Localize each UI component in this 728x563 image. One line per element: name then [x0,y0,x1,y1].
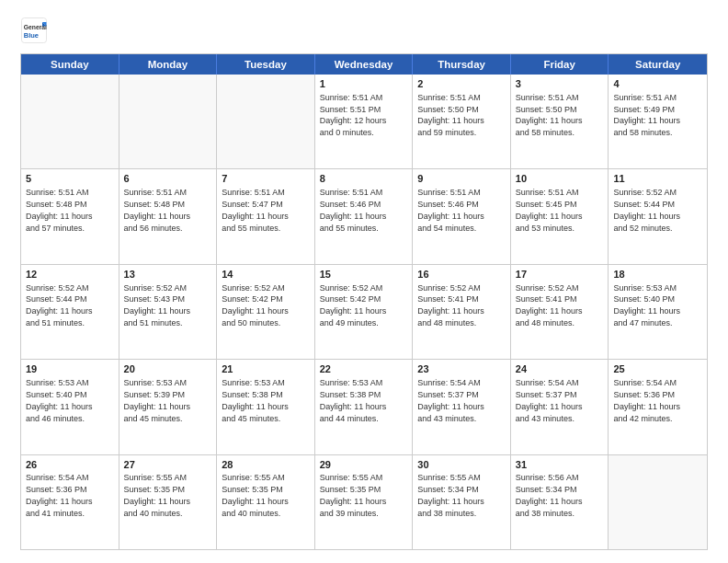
day-number: 26 [26,458,114,472]
calendar-day-cell: 26Sunrise: 5:54 AM Sunset: 5:36 PM Dayli… [21,455,119,549]
day-info: Sunrise: 5:52 AM Sunset: 5:41 PM Dayligh… [417,283,484,327]
day-info: Sunrise: 5:55 AM Sunset: 5:35 PM Dayligh… [124,473,191,517]
calendar-day-cell: 5Sunrise: 5:51 AM Sunset: 5:48 PM Daylig… [21,169,119,263]
day-info: Sunrise: 5:51 AM Sunset: 5:46 PM Dayligh… [320,188,387,232]
day-info: Sunrise: 5:52 AM Sunset: 5:42 PM Dayligh… [320,283,387,327]
day-number: 12 [26,268,114,282]
day-info: Sunrise: 5:54 AM Sunset: 5:36 PM Dayligh… [613,378,680,422]
day-info: Sunrise: 5:52 AM Sunset: 5:43 PM Dayligh… [124,283,191,327]
calendar-header-row: SundayMondayTuesdayWednesdayThursdayFrid… [21,54,707,75]
calendar-header-cell: Saturday [609,54,707,75]
day-info: Sunrise: 5:51 AM Sunset: 5:50 PM Dayligh… [417,93,484,137]
calendar-day-cell: 1Sunrise: 5:51 AM Sunset: 5:51 PM Daylig… [315,75,414,168]
day-info: Sunrise: 5:51 AM Sunset: 5:50 PM Dayligh… [516,93,583,137]
calendar-day-cell: 20Sunrise: 5:53 AM Sunset: 5:39 PM Dayli… [119,360,218,454]
logo-icon: General Blue [20,17,48,44]
day-info: Sunrise: 5:55 AM Sunset: 5:35 PM Dayligh… [222,473,289,517]
calendar-day-cell: 29Sunrise: 5:55 AM Sunset: 5:35 PM Dayli… [315,455,414,549]
calendar-day-cell: 14Sunrise: 5:52 AM Sunset: 5:42 PM Dayli… [217,265,315,359]
day-info: Sunrise: 5:53 AM Sunset: 5:40 PM Dayligh… [613,283,680,327]
day-number: 13 [124,268,212,282]
logo: General Blue [20,17,48,44]
day-number: 7 [222,172,310,186]
calendar-empty-cell [609,455,707,549]
day-number: 25 [613,362,702,376]
day-info: Sunrise: 5:53 AM Sunset: 5:39 PM Dayligh… [124,378,191,422]
calendar-day-cell: 23Sunrise: 5:54 AM Sunset: 5:37 PM Dayli… [413,360,511,454]
day-info: Sunrise: 5:51 AM Sunset: 5:47 PM Dayligh… [222,188,289,232]
calendar-day-cell: 24Sunrise: 5:54 AM Sunset: 5:37 PM Dayli… [511,360,609,454]
calendar-day-cell: 30Sunrise: 5:55 AM Sunset: 5:34 PM Dayli… [413,455,511,549]
day-number: 27 [124,458,212,472]
svg-text:Blue: Blue [24,31,39,40]
calendar-header-cell: Monday [119,54,218,75]
calendar-header-cell: Friday [511,54,609,75]
calendar-day-cell: 27Sunrise: 5:55 AM Sunset: 5:35 PM Dayli… [119,455,218,549]
day-number: 11 [613,172,702,186]
day-number: 9 [417,172,506,186]
day-info: Sunrise: 5:51 AM Sunset: 5:45 PM Dayligh… [516,188,583,232]
day-number: 4 [613,77,702,91]
day-number: 24 [516,362,604,376]
day-number: 18 [613,268,702,282]
day-info: Sunrise: 5:54 AM Sunset: 5:37 PM Dayligh… [516,378,583,422]
calendar-week-row: 12Sunrise: 5:52 AM Sunset: 5:44 PM Dayli… [21,264,707,359]
day-number: 22 [320,362,408,376]
day-number: 15 [320,268,408,282]
page-header: General Blue [20,17,708,44]
day-number: 1 [320,77,408,91]
day-number: 8 [320,172,408,186]
calendar-grid: SundayMondayTuesdayWednesdayThursdayFrid… [20,53,708,550]
calendar-day-cell: 10Sunrise: 5:51 AM Sunset: 5:45 PM Dayli… [511,169,609,263]
calendar-day-cell: 4Sunrise: 5:51 AM Sunset: 5:49 PM Daylig… [609,75,707,168]
day-info: Sunrise: 5:54 AM Sunset: 5:37 PM Dayligh… [417,378,484,422]
calendar-day-cell: 6Sunrise: 5:51 AM Sunset: 5:48 PM Daylig… [119,169,218,263]
calendar-empty-cell [119,75,218,168]
calendar-day-cell: 12Sunrise: 5:52 AM Sunset: 5:44 PM Dayli… [21,265,119,359]
day-number: 17 [516,268,604,282]
calendar-day-cell: 28Sunrise: 5:55 AM Sunset: 5:35 PM Dayli… [217,455,315,549]
calendar-empty-cell [21,75,119,168]
day-number: 20 [124,362,212,376]
day-info: Sunrise: 5:51 AM Sunset: 5:48 PM Dayligh… [26,188,93,232]
calendar-day-cell: 18Sunrise: 5:53 AM Sunset: 5:40 PM Dayli… [609,265,707,359]
calendar-header-cell: Tuesday [217,54,315,75]
day-info: Sunrise: 5:53 AM Sunset: 5:38 PM Dayligh… [222,378,289,422]
day-info: Sunrise: 5:56 AM Sunset: 5:34 PM Dayligh… [516,473,583,517]
calendar-empty-cell [217,75,315,168]
calendar-week-row: 1Sunrise: 5:51 AM Sunset: 5:51 PM Daylig… [21,75,707,168]
day-number: 29 [320,458,408,472]
day-number: 6 [124,172,212,186]
calendar-day-cell: 17Sunrise: 5:52 AM Sunset: 5:41 PM Dayli… [511,265,609,359]
day-number: 3 [516,77,604,91]
calendar-day-cell: 11Sunrise: 5:52 AM Sunset: 5:44 PM Dayli… [609,169,707,263]
day-number: 31 [516,458,604,472]
day-info: Sunrise: 5:51 AM Sunset: 5:51 PM Dayligh… [320,93,387,137]
calendar-week-row: 26Sunrise: 5:54 AM Sunset: 5:36 PM Dayli… [21,454,707,549]
day-info: Sunrise: 5:55 AM Sunset: 5:34 PM Dayligh… [417,473,484,517]
day-number: 19 [26,362,114,376]
calendar-page: General Blue SundayMondayTuesdayWednesda… [0,0,728,563]
calendar-day-cell: 15Sunrise: 5:52 AM Sunset: 5:42 PM Dayli… [315,265,414,359]
calendar-header-cell: Thursday [413,54,511,75]
calendar-day-cell: 2Sunrise: 5:51 AM Sunset: 5:50 PM Daylig… [413,75,511,168]
calendar-week-row: 19Sunrise: 5:53 AM Sunset: 5:40 PM Dayli… [21,359,707,454]
calendar-day-cell: 3Sunrise: 5:51 AM Sunset: 5:50 PM Daylig… [511,75,609,168]
day-number: 16 [417,268,506,282]
calendar-header-cell: Sunday [21,54,119,75]
day-number: 2 [417,77,506,91]
calendar-day-cell: 19Sunrise: 5:53 AM Sunset: 5:40 PM Dayli… [21,360,119,454]
calendar-day-cell: 25Sunrise: 5:54 AM Sunset: 5:36 PM Dayli… [609,360,707,454]
day-info: Sunrise: 5:53 AM Sunset: 5:38 PM Dayligh… [320,378,387,422]
day-number: 14 [222,268,310,282]
calendar-day-cell: 7Sunrise: 5:51 AM Sunset: 5:47 PM Daylig… [217,169,315,263]
day-info: Sunrise: 5:51 AM Sunset: 5:46 PM Dayligh… [417,188,484,232]
day-number: 30 [417,458,506,472]
day-info: Sunrise: 5:51 AM Sunset: 5:48 PM Dayligh… [124,188,191,232]
day-info: Sunrise: 5:54 AM Sunset: 5:36 PM Dayligh… [26,473,93,517]
calendar-day-cell: 9Sunrise: 5:51 AM Sunset: 5:46 PM Daylig… [413,169,511,263]
day-number: 5 [26,172,114,186]
day-number: 21 [222,362,310,376]
day-info: Sunrise: 5:52 AM Sunset: 5:42 PM Dayligh… [222,283,289,327]
day-info: Sunrise: 5:53 AM Sunset: 5:40 PM Dayligh… [26,378,93,422]
